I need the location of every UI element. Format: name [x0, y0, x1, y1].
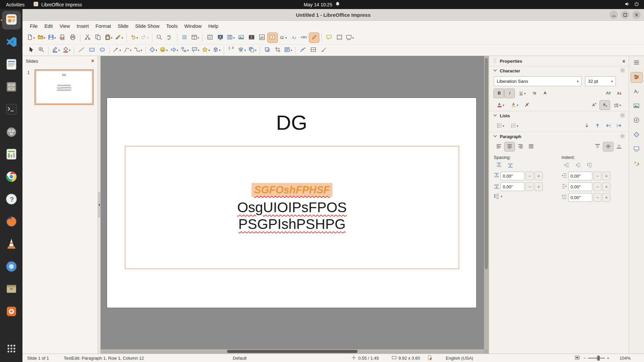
dropdown-caret-icon[interactable]: ▾ [503, 104, 504, 107]
dropdown-caret-icon[interactable]: ▾ [501, 195, 502, 198]
no-format-button[interactable]: A [522, 101, 532, 110]
tab-master-button[interactable] [631, 144, 642, 155]
draw-functions-button[interactable] [309, 33, 319, 43]
header-footer-button[interactable] [334, 33, 344, 43]
dropdown-caret-icon[interactable]: ▾ [121, 36, 123, 40]
hyperlink-button[interactable] [299, 33, 309, 43]
dock-writer[interactable] [2, 56, 21, 74]
space-above-button[interactable] [494, 161, 504, 170]
text-box-button[interactable]: A [268, 33, 277, 43]
special-char-button[interactable]: Ω▾ [278, 33, 288, 43]
dropdown-caret-icon[interactable]: ▾ [54, 36, 56, 40]
media-button[interactable] [247, 33, 257, 43]
slides-panel-close-button[interactable]: × [91, 58, 94, 64]
underline-button[interactable]: U▾ [515, 89, 529, 98]
tab-styles-button[interactable]: A [631, 87, 642, 97]
export-pdf-button[interactable]: PDF [58, 33, 67, 43]
menu-window[interactable]: Window [181, 22, 205, 30]
indent-hanging-button[interactable] [584, 161, 594, 170]
minimize-button[interactable] [609, 11, 618, 19]
dropdown-caret-icon[interactable]: ▾ [156, 49, 157, 52]
dock-terminal[interactable] [2, 101, 21, 119]
select-button[interactable] [26, 45, 36, 55]
tab-properties-button[interactable] [631, 72, 642, 82]
properties-close-button[interactable]: × [622, 58, 625, 64]
bullets-button[interactable]: ▾ [494, 121, 507, 130]
spacing-above-decrement-button[interactable]: − [526, 172, 534, 180]
save-button[interactable]: ▾ [47, 33, 57, 43]
dropdown-caret-icon[interactable]: ▾ [198, 49, 200, 52]
rotate-button[interactable] [226, 45, 236, 55]
chevron-down-icon[interactable]: ▾ [611, 79, 613, 83]
menu-help[interactable]: Help [205, 22, 222, 30]
table-button[interactable]: ▾ [226, 33, 236, 43]
dock-help[interactable]: ? [2, 190, 21, 209]
superscript-button[interactable]: A [589, 101, 599, 110]
dropdown-caret-icon[interactable]: ▾ [130, 49, 132, 52]
slide-thumbnail[interactable]: DG SGFOshFPHSF OsgUIOIPsFPOS PSGPIshPSHP… [35, 69, 94, 105]
dock-app-grid[interactable] [2, 340, 21, 359]
indent-decrease-button[interactable] [573, 161, 583, 170]
chart-button[interactable] [257, 33, 267, 43]
valign-top-button[interactable] [592, 142, 602, 151]
numbering-button[interactable]: 123▾ [508, 121, 521, 130]
dropdown-caret-icon[interactable]: ▾ [219, 49, 221, 52]
menu-slide-show[interactable]: Slide Show [132, 22, 163, 30]
slide-canvas[interactable]: DG SGFOshFPHSF OsgUIOIPsFPOS PSGPIshPSHP… [107, 98, 477, 308]
align-justify-button[interactable] [526, 142, 536, 151]
lines-arrows-button[interactable]: ▾ [112, 45, 122, 55]
dock-chromium[interactable] [2, 258, 21, 277]
copy-button[interactable] [93, 33, 103, 43]
body-line-1-highlighted[interactable]: SGFOshFPHSF [252, 183, 333, 197]
spacing-below-input[interactable]: 0.00″ [500, 182, 525, 191]
dock-impress[interactable] [2, 11, 21, 29]
filter-button[interactable]: ▾ [283, 45, 293, 55]
zoom-button[interactable] [36, 45, 46, 55]
menu-insert[interactable]: Insert [73, 22, 92, 30]
menu-view[interactable]: View [56, 22, 73, 30]
dropdown-caret-icon[interactable]: ▾ [255, 49, 257, 52]
dropdown-caret-icon[interactable]: ▾ [290, 49, 292, 52]
horizontal-scrollbar-thumb[interactable] [227, 350, 358, 353]
shadow-button[interactable] [262, 45, 272, 55]
focused-app-indicator[interactable]: LibreOffice Impress [33, 1, 82, 8]
italic-button[interactable]: I [504, 89, 515, 98]
menu-file[interactable]: File [26, 22, 41, 30]
sidebar-menu-button[interactable] [631, 58, 642, 68]
font-name-combobox[interactable]: Liberation Sans ▾ [494, 76, 582, 86]
dropdown-caret-icon[interactable]: ▾ [198, 36, 199, 40]
indent-before-decrement-button[interactable]: − [593, 172, 601, 180]
indent-after-decrement-button[interactable]: − [593, 182, 601, 191]
dropdown-caret-icon[interactable]: ▾ [208, 49, 210, 52]
clock-menu[interactable]: May 14 10:25 [304, 1, 340, 8]
demote-button[interactable] [614, 121, 624, 130]
strikethrough-button[interactable]: S [529, 89, 539, 98]
titlebar[interactable]: Untitled 1 - LibreOffice Impress [22, 9, 644, 21]
symbol-shapes-button[interactable]: ▾ [159, 45, 169, 55]
dock-calc[interactable] [2, 145, 21, 164]
move-down-button[interactable] [582, 121, 592, 130]
dropdown-caret-icon[interactable]: ▾ [119, 49, 121, 52]
dock-archive[interactable] [2, 280, 21, 299]
dropdown-caret-icon[interactable]: ▾ [69, 49, 71, 52]
menu-tools[interactable]: Tools [163, 22, 181, 30]
dropdown-caret-icon[interactable]: ▾ [620, 104, 621, 107]
display-views-button[interactable]: ▾ [190, 33, 200, 43]
dropdown-caret-icon[interactable]: ▾ [33, 36, 35, 40]
dock-vscode[interactable] [2, 33, 21, 52]
dock-vlc[interactable] [2, 235, 21, 254]
indent-first-line-input[interactable]: 0.00″ [568, 193, 592, 202]
menu-edit[interactable]: Edit [41, 22, 56, 30]
stars-button[interactable]: ▾ [201, 45, 211, 55]
zoom-fit-button[interactable] [575, 354, 580, 362]
chevron-down-icon[interactable]: ▾ [577, 79, 579, 83]
menu-format[interactable]: Format [92, 22, 114, 30]
dropdown-caret-icon[interactable]: ▾ [187, 49, 189, 52]
image-button[interactable] [236, 33, 246, 43]
clone-format-button[interactable]: ▾ [114, 33, 124, 43]
basic-shapes-button[interactable]: ▾ [148, 45, 158, 55]
statusbar-slide-style[interactable]: Default [233, 354, 247, 362]
tab-animation-button[interactable] [631, 159, 642, 169]
spelling-button[interactable]: AB [165, 33, 175, 43]
dropdown-caret-icon[interactable]: ▾ [524, 92, 526, 95]
